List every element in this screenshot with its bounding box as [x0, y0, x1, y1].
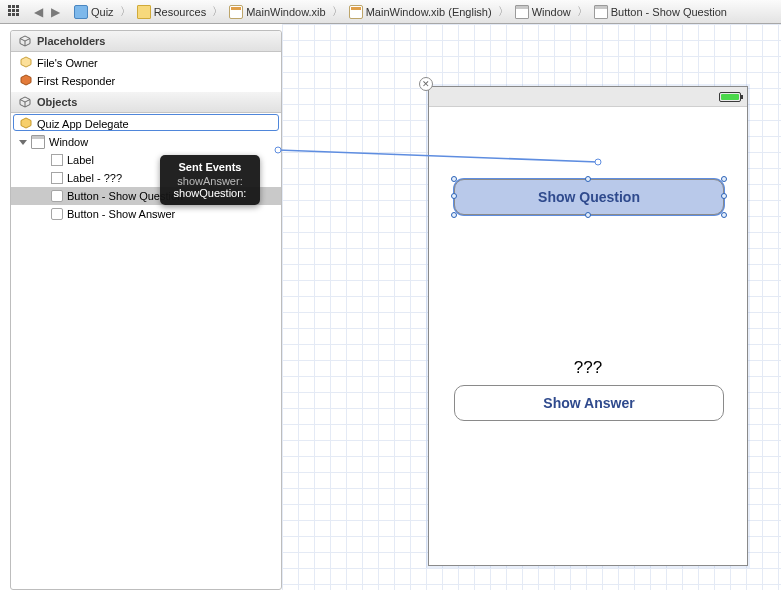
- connection-tooltip: Sent Events showAnswer: showQuestion:: [160, 155, 260, 205]
- outline-first-responder[interactable]: First Responder: [11, 72, 281, 90]
- section-placeholders[interactable]: Placeholders: [11, 31, 281, 52]
- section-objects[interactable]: Objects: [11, 92, 281, 113]
- xib-icon: [229, 5, 243, 19]
- device-window[interactable]: ✕ Show Question ??? Show Answer: [428, 86, 748, 566]
- button-icon: [594, 5, 608, 19]
- nav-forward-button[interactable]: ▶: [47, 5, 64, 19]
- first-responder-icon: [19, 74, 33, 88]
- canvas-button-show-question[interactable]: Show Question: [454, 179, 724, 215]
- crumb-folder[interactable]: Resources: [133, 5, 211, 19]
- outline-delegate-label: Quiz App Delegate: [37, 118, 129, 130]
- cube-icon: [19, 96, 31, 108]
- files-owner-icon: [19, 56, 33, 70]
- canvas-button-show-answer-label: Show Answer: [543, 395, 634, 411]
- crumb-xib2[interactable]: MainWindow.xib (English): [345, 5, 496, 19]
- disclosure-triangle-icon[interactable]: [19, 140, 27, 145]
- outline-button-answer[interactable]: Button - Show Answer: [11, 205, 281, 223]
- canvas-button-show-question-label: Show Question: [538, 189, 640, 205]
- crumb-project[interactable]: Quiz: [70, 5, 118, 19]
- crumb-window-label: Window: [532, 6, 571, 18]
- nav-arrows: ◀ ▶: [30, 5, 64, 19]
- path-separator-icon: 〉: [118, 4, 133, 19]
- window-icon: [515, 5, 529, 19]
- xib-icon: [349, 5, 363, 19]
- cube-icon: [19, 35, 31, 47]
- crumb-xib1-label: MainWindow.xib: [246, 6, 325, 18]
- project-icon: [74, 5, 88, 19]
- canvas-label-question-text: ???: [574, 358, 602, 377]
- label-icon: [51, 172, 63, 184]
- breadcrumb-bar: ◀ ▶ Quiz 〉 Resources 〉 MainWindow.xib 〉 …: [0, 0, 781, 24]
- section-objects-label: Objects: [37, 96, 77, 108]
- tooltip-header: Sent Events: [172, 161, 248, 173]
- window-icon: [31, 135, 45, 149]
- canvas-button-show-answer[interactable]: Show Answer: [454, 385, 724, 421]
- path-separator-icon: 〉: [575, 4, 590, 19]
- object-cube-icon: [19, 117, 33, 131]
- outline-files-owner[interactable]: File's Owner: [11, 54, 281, 72]
- section-placeholders-label: Placeholders: [37, 35, 105, 47]
- outline-window-label: Window: [49, 136, 88, 148]
- path-separator-icon: 〉: [496, 4, 511, 19]
- folder-icon: [137, 5, 151, 19]
- path-separator-icon: 〉: [210, 4, 225, 19]
- tooltip-action-showanswer: showAnswer:: [172, 175, 248, 187]
- outline-first-responder-label: First Responder: [37, 75, 115, 87]
- grid-icon: [8, 5, 22, 19]
- button-icon: [51, 208, 63, 220]
- canvas-label-question[interactable]: ???: [429, 358, 747, 378]
- battery-icon: [719, 92, 741, 102]
- path-separator-icon: 〉: [330, 4, 345, 19]
- crumb-folder-label: Resources: [154, 6, 207, 18]
- label-icon: [51, 154, 63, 166]
- outline-button-answer-text: Button - Show Answer: [67, 208, 175, 220]
- outline-label-2-text: Label - ???: [67, 172, 122, 184]
- outline-files-owner-label: File's Owner: [37, 57, 98, 69]
- tooltip-action-showquestion: showQuestion:: [172, 187, 248, 199]
- crumb-window[interactable]: Window: [511, 5, 575, 19]
- button-icon: [51, 190, 63, 202]
- crumb-xib1[interactable]: MainWindow.xib: [225, 5, 329, 19]
- document-outline: Placeholders File's Owner First Responde…: [10, 30, 282, 590]
- interface-builder-canvas[interactable]: ✕ Show Question ??? Show Answer: [282, 24, 781, 590]
- close-pin-icon[interactable]: ✕: [419, 77, 433, 91]
- status-bar: [429, 87, 747, 107]
- crumb-project-label: Quiz: [91, 6, 114, 18]
- related-items-button[interactable]: [4, 5, 28, 19]
- outline-label-1-text: Label: [67, 154, 94, 166]
- outline-window[interactable]: Window: [11, 133, 281, 151]
- crumb-element[interactable]: Button - Show Question: [590, 5, 731, 19]
- crumb-element-label: Button - Show Question: [611, 6, 727, 18]
- crumb-xib2-label: MainWindow.xib (English): [366, 6, 492, 18]
- nav-back-button[interactable]: ◀: [30, 5, 47, 19]
- outline-delegate[interactable]: Quiz App Delegate: [11, 115, 281, 133]
